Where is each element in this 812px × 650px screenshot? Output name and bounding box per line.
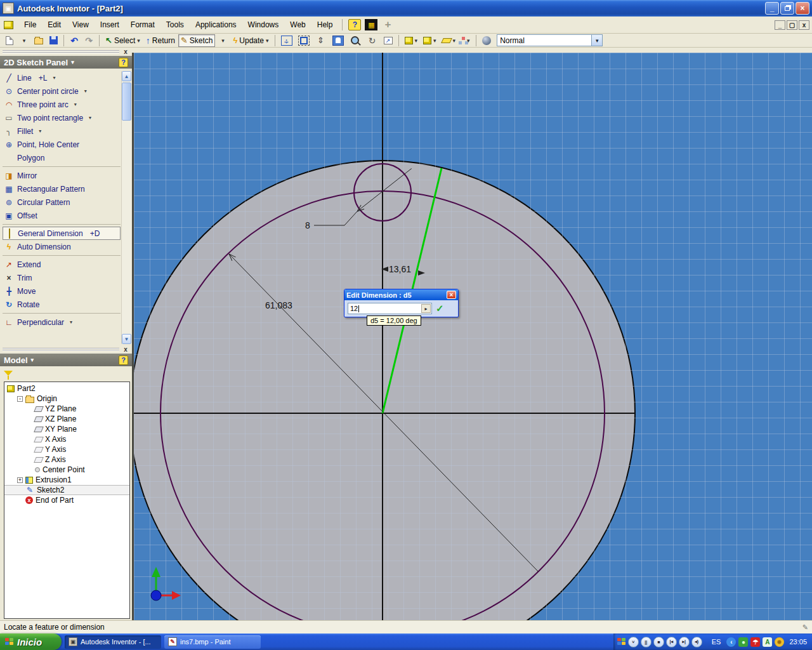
tool-polygon[interactable]: Polygon [3, 151, 121, 164]
task-autodesk-inventor[interactable]: ▣ Autodesk Inventor - [... [65, 635, 161, 649]
collapse-icon[interactable]: - [17, 396, 23, 402]
tree-node-extrusion1[interactable]: +Extrusion1 [4, 475, 129, 485]
tool-fillet[interactable]: ╮Fillet▾ [3, 124, 121, 138]
component-opacity-button[interactable]: ▾ [459, 34, 473, 47]
diameter-dimension-label[interactable]: 61,083 [265, 300, 292, 310]
volume-icon[interactable]: ◂) [691, 637, 702, 647]
zoom-all-button[interactable]: ↔↕ [278, 34, 295, 47]
zoom-selected-button[interactable] [347, 34, 363, 47]
flyout-arrow-button[interactable]: ▸ [421, 304, 431, 313]
tool-rectangular-pattern[interactable]: ▦Rectangular Pattern [3, 182, 121, 196]
pause-icon[interactable]: || [641, 637, 652, 647]
camera-view-button[interactable]: ▾ [440, 34, 459, 47]
tool-line[interactable]: ╱Line+L▾ [3, 71, 121, 84]
dialog-close-icon[interactable]: × [447, 291, 456, 299]
child-restore-button[interactable]: ▢ [787, 20, 797, 30]
scroll-down-icon[interactable]: ▼ [122, 334, 131, 344]
drawing-canvas[interactable]: 61,083 8 13,61 Edit Dimension : d5 × [132, 53, 812, 620]
media-chevron-icon[interactable]: ˅ [628, 637, 639, 647]
whats-new-icon[interactable]: ▦ [365, 19, 377, 30]
tool-three-point-arc[interactable]: ◠Three point arc▾ [3, 98, 121, 111]
restore-button[interactable] [780, 2, 794, 15]
style-dropdown-icon[interactable]: ▾ [592, 34, 603, 46]
new-button[interactable] [3, 34, 16, 47]
style-value[interactable]: Normal [497, 34, 592, 46]
hide-icons-chevron[interactable]: ‹ [726, 637, 736, 647]
menu-file[interactable]: File [18, 18, 42, 31]
menu-format[interactable]: Format [125, 18, 160, 31]
panel-grip[interactable]: x [0, 48, 132, 56]
small-dimension-label[interactable]: 8 [305, 220, 310, 230]
tree-node-end-of-part[interactable]: xEnd of Part [4, 495, 129, 505]
add-icon[interactable]: + [381, 19, 394, 30]
menu-applications[interactable]: Applications [190, 18, 242, 31]
tool-trim[interactable]: ×Trim [3, 271, 121, 284]
tool-move[interactable]: ╋Move [3, 284, 121, 298]
menu-edit[interactable]: Edit [42, 18, 67, 31]
menu-web[interactable]: Web [284, 18, 311, 31]
dimension-value-input[interactable]: 12 ▸ [348, 303, 432, 314]
tool-extend[interactable]: ↗Extend [3, 258, 121, 271]
angle-dimension-label[interactable]: 13,61 [389, 264, 411, 274]
tool-two-point-rectangle[interactable]: ▭Two point rectangle▾ [3, 111, 121, 124]
tree-node-z-axis[interactable]: Z Axis [4, 454, 129, 465]
tool-circular-pattern[interactable]: ⊚Circular Pattern [3, 196, 121, 209]
child-close-button[interactable]: x [799, 20, 809, 30]
close-button[interactable]: × [796, 2, 809, 15]
language-indicator[interactable]: ES [709, 637, 724, 647]
child-minimize-button[interactable]: _ [775, 20, 785, 30]
panel-grip[interactable]: x [0, 345, 132, 354]
tree-node-yz-plane[interactable]: YZ Plane [4, 404, 129, 414]
document-icon[interactable] [4, 21, 13, 29]
style-combobox[interactable]: Normal ▾ [497, 34, 603, 47]
tool-auto-dimension[interactable]: ϟAuto Dimension [3, 240, 121, 253]
sketch-dropdown[interactable]: ▾ [216, 34, 230, 47]
tool-center-point-circle[interactable]: ⊙Center point circle▾ [3, 84, 121, 98]
tree-node-origin[interactable]: -Origin [4, 394, 129, 404]
menu-insert[interactable]: Insert [95, 18, 125, 31]
disc-tray-icon[interactable] [775, 637, 784, 647]
look-at-button[interactable]: ↗ [381, 34, 395, 47]
filter-icon[interactable] [4, 371, 13, 376]
shaded-display-button[interactable]: ▾ [402, 34, 421, 47]
sketch-panel-scrollbar[interactable]: ▲ ▼ [121, 71, 131, 344]
menu-windows[interactable]: Windows [242, 18, 285, 31]
tool-offset[interactable]: ▣Offset [3, 209, 121, 222]
tool-general-dimension[interactable]: General Dimension+D [3, 227, 121, 240]
return-button[interactable]: ↑ Return [143, 34, 178, 47]
pan-button[interactable] [330, 34, 346, 47]
accept-check-icon[interactable]: ✓ [436, 303, 444, 314]
tree-node-sketch2[interactable]: ✎Sketch2 [4, 485, 129, 495]
open-button[interactable] [32, 34, 46, 47]
new-dropdown[interactable]: ▾ [17, 34, 31, 47]
tree-node-xy-plane[interactable]: XY Plane [4, 424, 129, 434]
panel-close-icon[interactable]: x [122, 346, 129, 353]
next-icon[interactable]: ▸| [679, 637, 690, 647]
menu-tools[interactable]: Tools [160, 18, 190, 31]
edit-dimension-dialog[interactable]: Edit Dimension : d5 × 12 ▸ ✓ [344, 289, 459, 317]
start-button[interactable]: Inicio [0, 633, 62, 650]
menu-help[interactable]: Help [311, 18, 339, 31]
zoom-button[interactable]: ⇕ [313, 34, 329, 47]
panel-help-icon[interactable]: ? [119, 58, 128, 67]
model-panel-header[interactable]: Model▾ ? [0, 354, 132, 366]
zoom-window-button[interactable] [296, 34, 312, 47]
messenger-tray-icon[interactable]: ● [738, 637, 748, 647]
update-button[interactable]: ϟ Update▾ [230, 34, 271, 47]
tree-node-xz-plane[interactable]: XZ Plane [4, 414, 129, 424]
tree-node-center-point[interactable]: Center Point [4, 465, 129, 475]
expand-icon[interactable]: + [17, 477, 23, 483]
shadow-display-button[interactable]: ▾ [421, 34, 439, 47]
redo-button[interactable]: ↷ [82, 34, 96, 47]
panel-help-icon[interactable]: ? [119, 355, 128, 365]
scroll-thumb[interactable] [122, 83, 131, 121]
tree-node-part2[interactable]: Part2 [4, 383, 129, 394]
sketch-panel-header[interactable]: 2D Sketch Panel▾ ? [0, 56, 132, 69]
select-button[interactable]: ↖ Select▾ [103, 34, 143, 47]
save-button[interactable] [46, 34, 60, 47]
tray-icon-a[interactable]: A [763, 637, 772, 647]
taskbar-clock[interactable]: 23:05 [789, 638, 807, 646]
scroll-up-icon[interactable]: ▲ [122, 71, 131, 81]
tool-perpendicular[interactable]: ∟Perpendicular▾ [3, 315, 121, 329]
menu-view[interactable]: View [67, 18, 95, 31]
